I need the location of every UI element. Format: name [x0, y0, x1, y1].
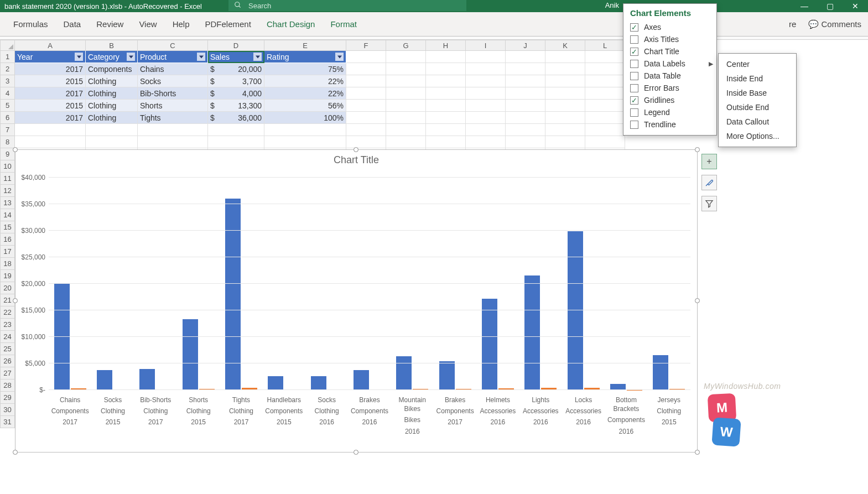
row-header[interactable]: 15: [0, 221, 15, 233]
chart-bar-group[interactable]: [519, 178, 562, 390]
cell[interactable]: [545, 51, 585, 63]
row-header[interactable]: 11: [0, 173, 15, 185]
row-header[interactable]: 18: [0, 258, 15, 270]
cell[interactable]: [466, 51, 506, 63]
share-button-fragment[interactable]: re: [789, 19, 796, 29]
cell[interactable]: Tights: [138, 112, 208, 124]
row-header[interactable]: 10: [0, 160, 15, 173]
row-header[interactable]: 7: [0, 124, 15, 136]
checkbox-icon[interactable]: [630, 35, 638, 44]
cell[interactable]: $4,000: [208, 87, 264, 100]
cell[interactable]: Clothing: [86, 75, 138, 87]
cell[interactable]: [346, 112, 386, 124]
cell[interactable]: [506, 87, 545, 100]
checkbox-icon[interactable]: [630, 121, 638, 129]
cell[interactable]: [86, 124, 138, 136]
cell[interactable]: [346, 87, 386, 100]
row-header[interactable]: 19: [0, 270, 15, 282]
cell[interactable]: [506, 75, 545, 87]
chart-bar-sales[interactable]: [268, 376, 283, 390]
chart-bar-group[interactable]: [434, 178, 476, 390]
cell[interactable]: [386, 87, 426, 100]
cell[interactable]: [86, 136, 138, 148]
chart-bar-group[interactable]: [49, 178, 91, 390]
cell[interactable]: 56%: [264, 100, 346, 112]
resize-handle[interactable]: [354, 147, 358, 152]
cell[interactable]: [264, 124, 346, 136]
chart-filters-button[interactable]: [701, 196, 717, 211]
column-header[interactable]: F: [346, 40, 386, 51]
cell[interactable]: [585, 112, 625, 124]
cell[interactable]: [506, 51, 545, 63]
chart-elements-button[interactable]: +: [701, 154, 717, 169]
chart-bar-sales[interactable]: [396, 356, 412, 390]
menu-item-inside-base[interactable]: Inside Base: [719, 86, 796, 100]
menu-item-data-callout[interactable]: Data Callout: [719, 115, 796, 129]
cell[interactable]: [386, 75, 426, 87]
cell[interactable]: [426, 136, 466, 148]
chart-bar-sales[interactable]: [653, 355, 668, 390]
user-name[interactable]: Anik: [605, 1, 619, 9]
cell[interactable]: $13,300: [208, 100, 264, 112]
row-header[interactable]: 20: [0, 282, 15, 294]
chart-element-chart-title[interactable]: Chart Title: [623, 45, 716, 58]
column-header[interactable]: L: [585, 40, 625, 51]
chart-element-data-labels[interactable]: Data Labels▶: [623, 58, 716, 70]
chart-plot-area[interactable]: $-$5,000$10,000$15,000$20,000$25,000$30,…: [49, 178, 690, 390]
chart-bar-sales[interactable]: [54, 284, 70, 390]
chart-element-data-table[interactable]: Data Table: [623, 70, 716, 82]
cell[interactable]: 22%: [264, 87, 346, 100]
row-header[interactable]: 26: [0, 355, 15, 367]
chart-bar-group[interactable]: [476, 178, 519, 390]
menu-item-outside-end[interactable]: Outside End: [719, 100, 796, 115]
chart-element-gridlines[interactable]: Gridlines: [623, 94, 716, 106]
cell[interactable]: [426, 124, 466, 136]
chart-container[interactable]: Chart Title $-$5,000$10,000$15,000$20,00…: [15, 149, 698, 453]
cell[interactable]: [264, 136, 346, 148]
filter-dropdown-icon[interactable]: [197, 53, 205, 61]
close-button[interactable]: ✕: [843, 0, 868, 12]
row-header[interactable]: 14: [0, 209, 15, 221]
chart-title[interactable]: Chart Title: [15, 150, 697, 170]
column-header[interactable]: D: [208, 40, 264, 51]
cell[interactable]: 2015: [15, 100, 86, 112]
column-header[interactable]: K: [545, 40, 585, 51]
cell[interactable]: Rating: [264, 51, 346, 63]
cell[interactable]: [346, 63, 386, 75]
column-header[interactable]: J: [506, 40, 545, 51]
cell[interactable]: Year: [15, 51, 86, 63]
cell[interactable]: [585, 63, 625, 75]
chart-bar-sales[interactable]: [225, 199, 241, 390]
chart-bar-group[interactable]: [305, 178, 348, 390]
checkbox-icon[interactable]: [630, 84, 638, 92]
cell[interactable]: Clothing: [86, 112, 138, 124]
row-header[interactable]: 31: [0, 416, 15, 428]
cell[interactable]: [346, 136, 386, 148]
ribbon-tab-chart-design[interactable]: Chart Design: [259, 12, 323, 37]
chart-element-axes[interactable]: Axes: [623, 21, 716, 33]
cell[interactable]: $36,000: [208, 112, 264, 124]
cell[interactable]: [426, 75, 466, 87]
row-header[interactable]: 5: [0, 100, 15, 112]
chart-bar-sales[interactable]: [311, 376, 326, 390]
cell[interactable]: [506, 124, 545, 136]
menu-item-inside-end[interactable]: Inside End: [719, 71, 796, 86]
chart-bar-group[interactable]: [605, 178, 647, 390]
cell[interactable]: [585, 75, 625, 87]
cell[interactable]: Bib-Shorts: [138, 87, 208, 100]
minimize-button[interactable]: —: [792, 0, 817, 12]
cell[interactable]: [426, 87, 466, 100]
cell[interactable]: 100%: [264, 112, 346, 124]
chart-bar-group[interactable]: [348, 178, 391, 390]
chart-element-error-bars[interactable]: Error Bars: [623, 82, 716, 94]
cell[interactable]: [545, 100, 585, 112]
cell[interactable]: $20,000: [208, 63, 264, 75]
cell[interactable]: [585, 100, 625, 112]
cell[interactable]: Clothing: [86, 87, 138, 100]
data-labels-submenu[interactable]: CenterInside EndInside BaseOutside EndDa…: [718, 53, 797, 147]
cell[interactable]: 2017: [15, 87, 86, 100]
cell[interactable]: [545, 124, 585, 136]
row-header[interactable]: 4: [0, 87, 15, 100]
cell[interactable]: [466, 63, 506, 75]
ribbon-tab-pdfelement[interactable]: PDFelement: [197, 12, 259, 37]
